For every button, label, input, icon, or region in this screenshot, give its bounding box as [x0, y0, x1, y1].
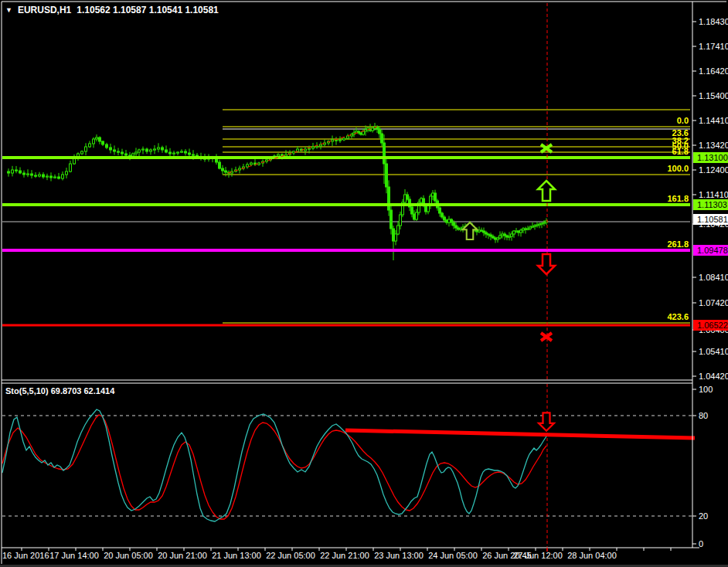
- chart-title-bar: ▼ EURUSD,H1 1.10562 1.10587 1.10541 1.10…: [5, 5, 219, 15]
- price-scale-label: 1.13420: [699, 141, 728, 150]
- indicator-scale-label: 0: [699, 539, 703, 548]
- indicator-scale-label: 80: [699, 411, 708, 420]
- time-axis-label: 27 Jun 12:00: [513, 551, 563, 560]
- price-scale-label: 1.11410: [699, 190, 728, 199]
- symbol-period-label: EURUSD,H1: [18, 5, 71, 15]
- price-tag-label: 1.09478: [697, 246, 728, 255]
- time-axis-label: 20 Jun 05:00: [104, 551, 153, 560]
- price-scale-label: 1.04420: [699, 372, 728, 381]
- fib-level-label: 61.8: [672, 147, 689, 156]
- fib-level-label: 261.8: [667, 239, 689, 249]
- price-tag-label: 1.10581: [697, 215, 728, 224]
- time-axis-label: 16 Jun 2016: [2, 551, 49, 560]
- price-scale-label: 1.15400: [699, 91, 728, 100]
- chart-background[interactable]: [0, 0, 728, 567]
- stochastic-indicator-label: Sto(5,5,10) 69.8703 62.1414: [5, 386, 114, 396]
- price-scale-label: 1.12400: [699, 165, 728, 175]
- indicator-scale-label: 100: [699, 385, 713, 394]
- time-axis-label: 22 Jun 05:00: [266, 551, 315, 560]
- fib-level-label: 423.6: [667, 312, 689, 321]
- indicator-scale-label: 20: [699, 511, 708, 521]
- chart-canvas[interactable]: 0.023.638.250.061.8100.0161.8261.8423.61…: [0, 0, 728, 567]
- time-axis-label: 21 Jun 13:00: [212, 551, 261, 560]
- fib-level-label: 161.8: [667, 194, 689, 203]
- price-scale-label: 1.05410: [699, 347, 728, 356]
- time-axis-label: 17 Jun 14:00: [49, 551, 99, 560]
- time-axis-label: 23 Jun 13:00: [374, 551, 424, 560]
- fib-level-label: 0.0: [677, 116, 689, 125]
- mt4-chart-window: 0.023.638.250.061.8100.0161.8261.8423.61…: [0, 0, 728, 567]
- price-scale-label: 1.18430: [699, 17, 728, 26]
- fib-level-label: 100.0: [667, 164, 689, 173]
- price-tag-label: 1.06522: [697, 321, 728, 330]
- price-scale-label: 1.14410: [699, 116, 728, 125]
- price-scale-label: 1.08410: [699, 273, 728, 282]
- ohlc-quote-label: 1.10562 1.10587 1.10541 1.10581: [77, 5, 219, 15]
- price-scale-label: 1.07420: [699, 298, 728, 307]
- time-axis-label: 28 Jun 04:00: [567, 551, 617, 560]
- price-scale-label: 1.17410: [699, 42, 728, 51]
- price-tag-label: 1.11303: [697, 200, 727, 209]
- chart-dropdown-icon[interactable]: ▼: [5, 7, 12, 14]
- time-axis-label: 24 Jun 05:00: [428, 551, 478, 560]
- time-axis-label: 22 Jun 21:00: [320, 551, 369, 560]
- time-axis-label: 20 Jun 21:00: [158, 551, 207, 560]
- price-scale-label: 1.16420: [699, 66, 728, 76]
- price-tag-label: 1.13100: [697, 153, 728, 162]
